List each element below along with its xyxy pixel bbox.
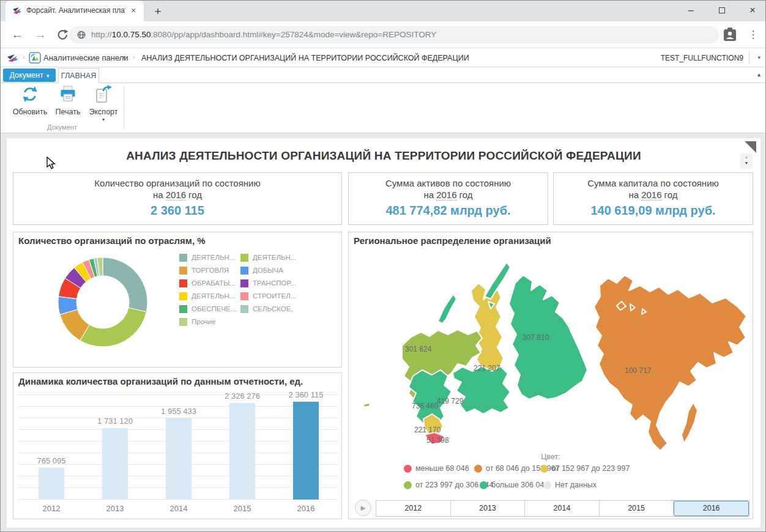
chevron-down-icon[interactable]: ▾ <box>123 54 126 61</box>
url-text: http://10.0.75.50:8080/pp/app/dashboard.… <box>91 26 436 43</box>
browser-window: Форсайт. Аналитическая платфо × + – × ← … <box>0 0 766 532</box>
map-region-fareast[interactable] <box>594 275 746 451</box>
bar-2012[interactable] <box>39 468 64 500</box>
close-tab-icon[interactable]: × <box>128 6 139 17</box>
export-button[interactable]: Экспорт ▾ <box>86 85 121 122</box>
kpi-card-organizations: Количество организаций по состоянию на20… <box>13 172 342 225</box>
bar-category-label: 2016 <box>274 504 338 513</box>
ribbon-collapse-icon[interactable]: ▴ <box>757 71 760 78</box>
donut-legend-item[interactable]: СТРОИТЕЛ... <box>240 292 296 300</box>
kpi-suffix: год <box>664 190 678 200</box>
mouse-cursor <box>46 157 57 170</box>
kpi-year-selector[interactable]: 2016 <box>641 190 661 201</box>
donut-legend-item[interactable]: ДОБЫЧА <box>240 266 283 275</box>
kpi-card-capital: Сумма капитала по состоянию на2016год 14… <box>553 172 753 225</box>
year-button-2012[interactable]: 2012 <box>376 501 451 516</box>
export-label: Экспорт <box>86 108 121 116</box>
legend-range-label: от 152 967 до 223 997 <box>552 464 630 473</box>
play-button[interactable]: ▶ <box>355 500 371 516</box>
map-value-label: 100 717 <box>625 366 652 375</box>
user-menu-caret-icon[interactable]: ▾ <box>757 54 760 61</box>
bar-2014[interactable] <box>166 418 192 500</box>
donut-legend-item[interactable]: ДЕЯТЕЛЬН... <box>179 253 235 262</box>
spin-up-icon[interactable]: ▲ <box>740 153 753 160</box>
maximize-button[interactable] <box>708 1 736 21</box>
forward-icon[interactable]: → <box>32 27 48 43</box>
analytic-panels-icon <box>29 52 41 64</box>
panel-spinner[interactable]: ▲ ▼ <box>740 153 753 169</box>
user-menu[interactable]: TEST_FULLFUNCTION9 <box>661 54 743 62</box>
year-button-2013[interactable]: 2013 <box>451 501 526 516</box>
bar-2016[interactable] <box>293 402 319 500</box>
bar-2015[interactable] <box>229 403 255 500</box>
map-value-label: 221 207 <box>474 364 500 372</box>
bar-value-label: 1 955 433 <box>147 407 210 416</box>
breadcrumb-page-title: АНАЛИЗ ДЕЯТЕЛЬНОСТИ ОРГАНИЗАЦИЙ НА ТЕРРИ… <box>141 54 469 62</box>
refresh-icon <box>21 85 39 103</box>
legend-range-label: Нет данных <box>555 481 597 489</box>
new-tab-button[interactable]: + <box>150 4 166 20</box>
kpi-card-assets: Сумма активов по состоянию на2016год 481… <box>348 172 548 225</box>
map-value-label: 301 624 <box>405 345 432 353</box>
donut-slice-1[interactable] <box>80 308 146 347</box>
reload-icon[interactable] <box>57 29 69 40</box>
print-icon <box>59 85 77 103</box>
regional-map-panel: Региональное распределение организаций <box>348 232 753 519</box>
map-title: Региональное распределение организаций <box>354 235 551 246</box>
back-icon[interactable]: ← <box>9 27 25 43</box>
donut-legend-item[interactable]: ТОРГОВЛЯ <box>179 266 229 275</box>
donut-legend-item[interactable]: ОБЕСПЕЧЕ... <box>179 305 236 313</box>
breadcrumb-panels-menu[interactable]: Аналитические панели <box>43 53 128 62</box>
industry-donut-panel: Количество организаций по отраслям, % ДЕ… <box>13 232 342 368</box>
browser-tab[interactable]: Форсайт. Аналитическая платфо × <box>6 1 144 21</box>
year-button-2016[interactable]: 2016 <box>674 501 749 516</box>
breadcrumb: › Аналитические панели ▾ › АНАЛИЗ ДЕЯТЕЛ… <box>1 48 766 67</box>
dashboard-page: АНАЛИЗ ДЕЯТЕЛЬНОСТИ ОРГАНИЗАЦИЙ НА ТЕРРИ… <box>1 133 766 532</box>
bar-category-label: 2012 <box>20 504 83 513</box>
donut-legend-item[interactable]: ДЕЯТЕЛЬН... <box>179 292 235 300</box>
panel-resize-corner-icon[interactable] <box>745 141 756 153</box>
browser-menu-icon[interactable]: ⋮ <box>747 27 759 43</box>
kpi-label: Сумма активов по состоянию <box>349 177 548 189</box>
legend-color-dot <box>404 481 412 489</box>
spin-down-icon[interactable]: ▼ <box>740 160 753 166</box>
donut-legend-item[interactable]: Прочие <box>179 317 216 326</box>
export-caret-icon[interactable]: ▾ <box>86 117 121 122</box>
legend-swatch <box>179 318 187 326</box>
legend-label: ДЕЯТЕЛЬН... <box>192 254 235 261</box>
document-menu-button[interactable]: Документ▾ <box>3 68 56 82</box>
map-region-kaliningrad[interactable] <box>363 403 370 407</box>
url-scheme: http:// <box>91 30 112 39</box>
profile-extension-icon[interactable] <box>723 28 737 42</box>
legend-label: ОБРАБАТЫ... <box>192 279 236 287</box>
tab-home[interactable]: ГЛАВНАЯ <box>58 68 99 83</box>
donut-legend-item[interactable]: ОБРАБАТЫ... <box>179 279 236 287</box>
legend-label: ТРАНСПОР... <box>253 279 296 287</box>
bar-category-label: 2014 <box>147 504 210 513</box>
legend-swatch <box>240 279 248 287</box>
russia-map: 301 624 221 207 307 810 100 717 736 460 … <box>355 248 748 456</box>
donut-legend-item[interactable]: ДЕЯТЕЛЬН... <box>240 253 296 262</box>
legend-swatch <box>179 279 187 287</box>
minimize-button[interactable]: – <box>677 1 705 21</box>
bar-2013[interactable] <box>102 428 128 500</box>
bar-value-label: 2 326 276 <box>210 391 274 401</box>
close-button[interactable]: × <box>738 1 766 21</box>
year-button-2014[interactable]: 2014 <box>525 501 600 516</box>
donut-slice-0[interactable] <box>103 257 147 312</box>
legend-label: ДЕЯТЕЛЬН... <box>253 254 296 261</box>
url-path: :8080/pp/app/dashboard.html#key=257824&m… <box>151 30 437 39</box>
url-bar[interactable]: http://10.0.75.50:8080/pp/app/dashboard.… <box>69 26 719 43</box>
kpi-year-selector[interactable]: 2016 <box>436 190 456 201</box>
kpi-year-selector[interactable]: 2016 <box>166 190 186 201</box>
bar-category-label: 2013 <box>83 504 147 513</box>
map-region-volga[interactable] <box>453 366 510 414</box>
donut-legend-item[interactable]: СЕЛЬСКОЕ, <box>240 305 293 313</box>
donut-legend-item[interactable]: ТРАНСПОР... <box>240 279 296 287</box>
map-value-label: 221 170 <box>414 426 441 434</box>
refresh-button[interactable]: Обновить <box>4 85 56 116</box>
map-value-label: 736 460 <box>412 402 439 410</box>
print-button[interactable]: Печать <box>51 85 85 116</box>
map-legend-title: Цвет: <box>349 453 753 461</box>
year-button-2015[interactable]: 2015 <box>600 501 674 516</box>
